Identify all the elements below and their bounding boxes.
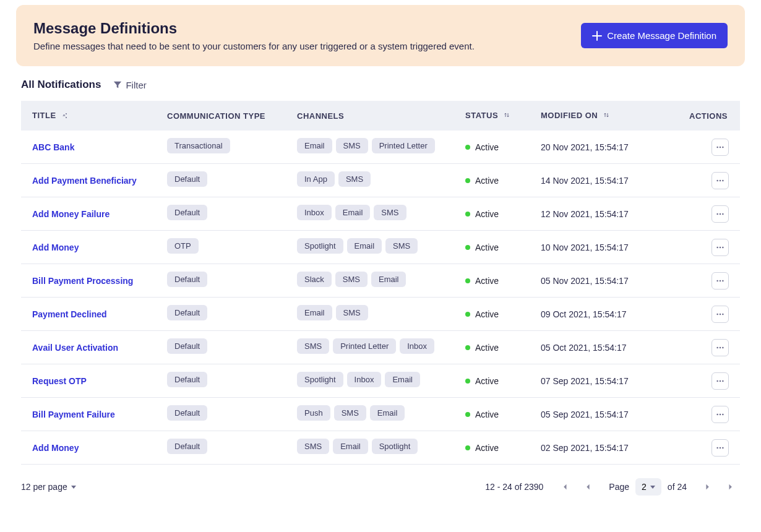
row-actions-button[interactable]: [712, 372, 729, 390]
status-dot-icon: [465, 278, 470, 283]
col-header-status[interactable]: STATUS: [454, 101, 530, 131]
more-horizontal-icon: [716, 444, 724, 452]
col-header-modified-on[interactable]: MODIFIED ON: [530, 101, 677, 131]
prev-page-button[interactable]: [579, 478, 596, 496]
col-modified-label: MODIFIED ON: [541, 111, 598, 120]
more-horizontal-icon: [716, 277, 724, 285]
per-page-select[interactable]: 12 per page: [21, 482, 76, 492]
toolbar: All Notifications Filter: [5, 79, 756, 101]
col-header-channels[interactable]: CHANNELS: [286, 101, 454, 131]
status-cell: Active: [465, 343, 518, 353]
row-title-link[interactable]: Avail User Activation: [32, 343, 118, 353]
row-actions-button[interactable]: [712, 239, 729, 256]
svg-point-29: [722, 447, 723, 448]
next-page-button[interactable]: [699, 478, 716, 496]
row-title-link[interactable]: Add Money Failure: [32, 209, 110, 219]
col-header-communication-type[interactable]: COMMUNICATION TYPE: [156, 101, 286, 131]
row-title-link[interactable]: ABC Bank: [32, 142, 74, 152]
channel-pill: Email: [385, 372, 420, 387]
row-title-link[interactable]: Request OTP: [32, 376, 87, 386]
svg-point-7: [720, 213, 721, 214]
more-horizontal-icon: [716, 210, 724, 218]
more-horizontal-icon: [716, 410, 724, 419]
status-dot-icon: [465, 178, 470, 183]
table-row: Add MoneyDefaultSMSEmailSpotlightActive0…: [21, 431, 740, 465]
status-dot-icon: [465, 312, 470, 317]
pagination: 12 per page 12 - 24 of 2390 Page 2 of 24: [5, 465, 756, 509]
table: TITLE COMMUNICATION TYPE CHANNELS STATUS…: [21, 101, 740, 465]
row-actions-button[interactable]: [712, 172, 729, 189]
modified-on-value: 05 Sep 2021, 15:54:17: [541, 410, 629, 419]
channel-pill: Printed Letter: [372, 138, 435, 153]
status-cell: Active: [465, 142, 518, 152]
pagination-range: 12 - 24 of 2390: [485, 482, 543, 492]
col-channels-label: CHANNELS: [297, 111, 344, 121]
col-header-title[interactable]: TITLE: [21, 101, 156, 131]
svg-point-5: [722, 179, 723, 181]
per-page-label: 12 per page: [21, 482, 67, 492]
row-title-link[interactable]: Add Money: [32, 443, 79, 453]
row-title-link[interactable]: Bill Payment Failure: [32, 410, 115, 419]
communication-type-pill: Default: [167, 405, 207, 421]
svg-point-15: [716, 313, 718, 314]
status-label: Active: [475, 376, 499, 386]
modified-on-value: 05 Oct 2021, 15:54:17: [541, 343, 627, 353]
more-horizontal-icon: [716, 310, 724, 319]
modified-on-value: 05 Nov 2021, 15:54:17: [541, 276, 629, 286]
channel-pill: SMS: [338, 171, 371, 187]
svg-point-4: [720, 179, 721, 181]
channel-pill: SMS: [336, 138, 368, 153]
modified-on-value: 20 Nov 2021, 15:54:17: [541, 142, 629, 152]
col-status-label: STATUS: [465, 111, 498, 120]
row-title-link[interactable]: Add Money: [32, 242, 79, 252]
channel-pill: SMS: [334, 405, 366, 421]
page-subtitle: Define messages that need to be sent to …: [33, 41, 475, 51]
filter-button[interactable]: Filter: [113, 80, 146, 90]
communication-type-pill: Transactional: [167, 138, 230, 153]
row-actions-button[interactable]: [712, 439, 729, 457]
svg-point-21: [716, 380, 718, 381]
current-page-select[interactable]: 2: [635, 478, 661, 496]
row-actions-button[interactable]: [712, 139, 729, 156]
row-actions-button[interactable]: [712, 339, 729, 356]
channel-pill: Email: [333, 439, 368, 454]
channel-pill: Printed Letter: [333, 338, 396, 354]
row-actions-button[interactable]: [712, 406, 729, 423]
svg-point-9: [716, 246, 718, 247]
row-title-link[interactable]: Bill Payment Processing: [32, 276, 133, 286]
header-text: Message Definitions Define messages that…: [33, 20, 475, 51]
row-title-link[interactable]: Add Payment Beneficiary: [32, 176, 137, 186]
svg-point-24: [716, 413, 718, 414]
svg-point-12: [716, 280, 718, 281]
svg-point-6: [716, 213, 718, 214]
table-row: Avail User ActivationDefaultSMSPrinted L…: [21, 331, 740, 364]
svg-point-10: [720, 246, 721, 247]
header-banner: Message Definitions Define messages that…: [16, 5, 745, 66]
svg-point-17: [722, 313, 723, 314]
row-actions-button[interactable]: [712, 205, 729, 223]
sort-icon: [503, 111, 510, 121]
status-dot-icon: [465, 145, 470, 150]
channel-pill: SMS: [385, 238, 418, 254]
filter-icon: [113, 80, 122, 89]
status-label: Active: [475, 276, 499, 286]
row-actions-button[interactable]: [712, 306, 729, 323]
channel-pill: SMS: [374, 205, 406, 220]
row-actions-button[interactable]: [712, 272, 729, 290]
first-page-button[interactable]: [556, 478, 573, 496]
table-row: ABC BankTransactionalEmailSMSPrinted Let…: [21, 131, 740, 164]
channel-pill: Spotlight: [372, 439, 418, 454]
create-message-definition-button[interactable]: Create Message Definition: [581, 23, 728, 48]
chevron-down-icon: [71, 486, 76, 489]
channel-pill: Email: [297, 138, 332, 153]
last-page-button[interactable]: [723, 478, 740, 496]
status-label: Active: [475, 343, 499, 353]
communication-type-pill: Default: [167, 305, 207, 320]
table-row: Bill Payment ProcessingDefaultSlackSMSEm…: [21, 264, 740, 298]
row-title-link[interactable]: Payment Declined: [32, 309, 107, 319]
svg-point-25: [720, 413, 721, 414]
status-label: Active: [475, 142, 499, 152]
svg-point-14: [722, 280, 723, 281]
svg-point-23: [722, 380, 723, 381]
status-cell: Active: [465, 309, 518, 319]
